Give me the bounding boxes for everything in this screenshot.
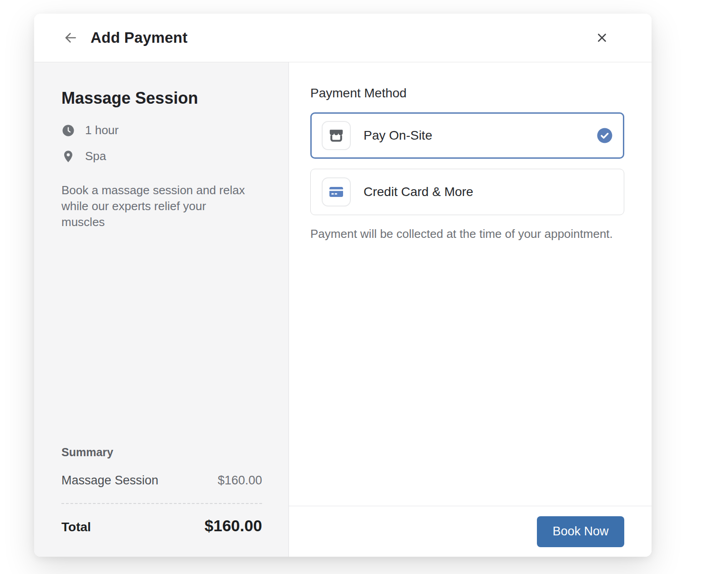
- duration-row: 1 hour: [61, 123, 268, 137]
- back-button[interactable]: [61, 28, 81, 48]
- dashed-divider: [61, 503, 262, 504]
- total-value: $160.00: [204, 517, 262, 535]
- summary-section: Summary Massage Session $160.00 Total $1…: [61, 446, 268, 535]
- arrow-left-icon: [63, 30, 78, 45]
- service-description: Book a massage session and relax while o…: [61, 182, 249, 230]
- payment-pane: Payment Method Pay On-Site: [289, 62, 652, 557]
- line-item-price: $160.00: [217, 473, 262, 488]
- payment-option-label: Pay On-Site: [364, 128, 432, 143]
- clock-icon: [61, 124, 75, 137]
- selected-check-icon: [597, 127, 613, 144]
- close-icon: [595, 31, 609, 45]
- summary-title: Summary: [61, 446, 268, 459]
- location-text: Spa: [85, 149, 106, 163]
- service-title: Massage Session: [61, 89, 268, 108]
- modal-header: Add Payment: [34, 14, 652, 62]
- book-now-button[interactable]: Book Now: [537, 516, 624, 547]
- summary-line-item: Massage Session $160.00: [61, 473, 268, 488]
- payment-method-label: Payment Method: [310, 86, 624, 101]
- close-button[interactable]: [592, 28, 612, 48]
- total-row: Total $160.00: [61, 517, 268, 535]
- service-summary-pane: Massage Session 1 hour Spa: [34, 62, 289, 557]
- line-item-name: Massage Session: [61, 473, 158, 488]
- page-title: Add Payment: [91, 29, 187, 46]
- duration-text: 1 hour: [85, 123, 119, 137]
- total-label: Total: [61, 520, 91, 534]
- payment-option-label: Credit Card & More: [364, 185, 473, 199]
- add-payment-modal: Add Payment Massage Session 1 hour: [34, 14, 652, 557]
- location-pin-icon: [61, 150, 75, 163]
- payment-option-credit-card[interactable]: Credit Card & More: [310, 169, 624, 215]
- location-row: Spa: [61, 149, 268, 163]
- payment-option-pay-on-site[interactable]: Pay On-Site: [310, 112, 624, 159]
- credit-card-icon: [322, 177, 351, 206]
- storefront-icon: [322, 121, 351, 150]
- payment-note: Payment will be collected at the time of…: [310, 227, 624, 241]
- action-footer: Book Now: [289, 506, 652, 557]
